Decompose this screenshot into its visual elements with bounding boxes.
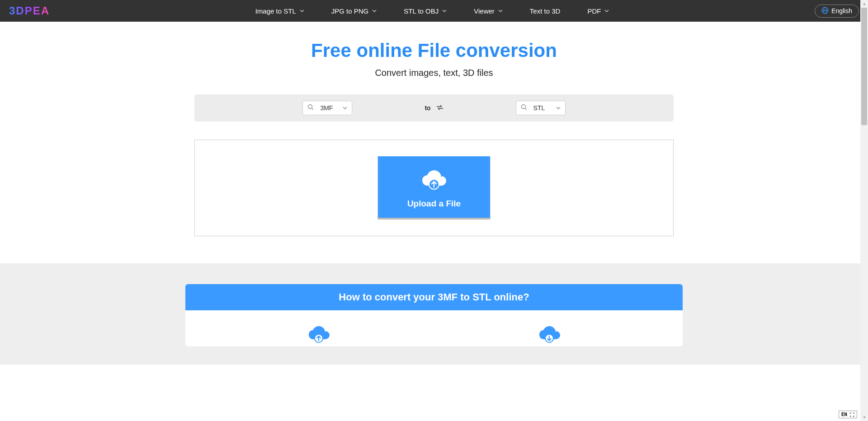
swap-icon[interactable] [436,104,443,112]
chevron-down-icon [498,9,503,13]
cloud-upload-icon [306,323,331,346]
search-icon [307,104,314,112]
upload-dropzone[interactable]: Upload a File [194,140,674,236]
howto-step-download [434,323,665,346]
nav-label: PDF [587,7,601,15]
to-label: to [425,104,430,112]
svg-line-6 [525,108,527,110]
upload-button-label: Upload a File [407,199,461,209]
page-subtitle: Convert images, text, 3D files [194,68,674,78]
chevron-down-icon [372,9,377,13]
scrollbar-up-icon[interactable] [860,0,868,8]
scrollbar-thumb[interactable] [861,8,867,125]
chevron-down-icon [556,106,561,110]
nav-label: JPG to PNG [331,7,369,15]
cloud-upload-icon [420,166,448,193]
nav-label: Image to STL [255,7,296,15]
globe-icon [821,7,829,15]
language-label: English [831,7,852,14]
chevron-down-icon [442,9,447,13]
nav-stl-to-obj[interactable]: STL to OBJ [404,7,447,15]
nav-pdf[interactable]: PDF [587,7,609,15]
svg-line-4 [312,108,314,110]
hero-section: Free online File conversion Convert imag… [185,22,683,263]
nav-image-to-stl[interactable]: Image to STL [255,7,304,15]
nav-label: STL to OBJ [404,7,439,15]
to-format-select[interactable]: STL [516,101,566,115]
header: 3DPEA Image to STL JPG to PNG STL to OBJ… [0,0,868,22]
upload-button[interactable]: Upload a File [377,156,491,220]
cloud-download-icon [537,323,562,346]
format-selector-bar: 3MF to STL [194,94,674,122]
scrollbar[interactable] [860,0,868,365]
logo[interactable]: 3DPEA [9,5,50,17]
howto-section: How to convert your 3MF to STL online? [0,263,868,365]
nav-viewer[interactable]: Viewer [474,7,503,15]
from-format-value: 3MF [320,104,336,112]
chevron-down-icon [300,9,304,13]
to-format-value: STL [533,104,550,112]
to-label-group: to [425,104,443,112]
howto-step-upload [203,323,434,346]
nav-text-to-3d[interactable]: Text to 3D [530,7,561,15]
nav-label: Text to 3D [530,7,561,15]
chevron-down-icon [343,106,347,110]
howto-card: How to convert your 3MF to STL online? [185,284,683,346]
main-nav: Image to STL JPG to PNG STL to OBJ Viewe… [255,7,609,15]
language-button[interactable]: English [815,5,859,18]
from-format-select[interactable]: 3MF [302,101,352,115]
search-icon [521,104,527,112]
page-title: Free online File conversion [194,40,674,61]
howto-title: How to convert your 3MF to STL online? [185,284,683,310]
howto-steps [185,310,683,346]
nav-label: Viewer [474,7,495,15]
svg-point-5 [521,105,525,109]
nav-jpg-to-png[interactable]: JPG to PNG [331,7,377,15]
svg-point-3 [308,105,312,109]
chevron-down-icon [604,9,609,13]
